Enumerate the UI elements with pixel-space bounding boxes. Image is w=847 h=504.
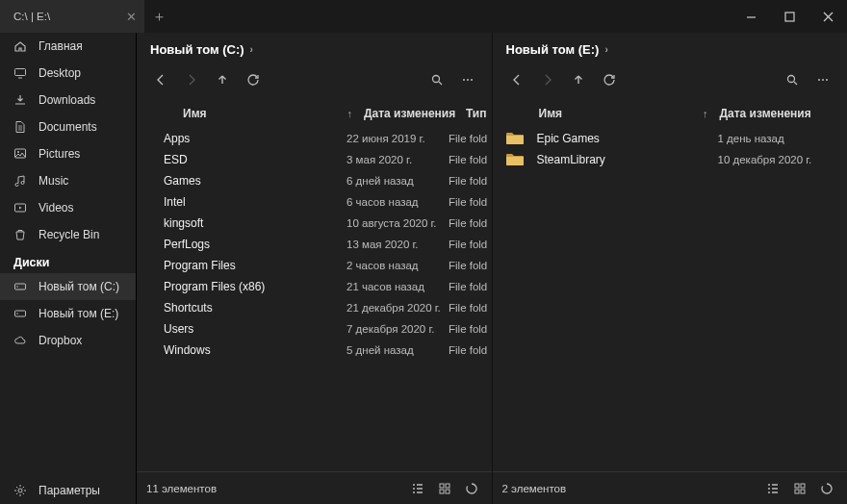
sidebar-item-music[interactable]: Music [0, 167, 136, 194]
file-name: kingsoft [164, 216, 346, 230]
refresh-button[interactable] [595, 66, 624, 93]
refresh-button[interactable] [239, 66, 268, 93]
column-name[interactable]: Имя↑ [539, 107, 720, 120]
file-row[interactable]: Program Files (x86) 21 часов назад File … [137, 276, 492, 297]
up-button[interactable] [564, 66, 593, 93]
gear-icon [13, 484, 27, 497]
file-row[interactable]: Apps 22 июня 2019 г. File fold [137, 128, 492, 149]
sidebar-item-download[interactable]: Downloads [0, 87, 136, 113]
file-date: 2 часов назад [346, 260, 449, 271]
sidebar-item-label: Downloads [38, 93, 95, 107]
file-type: File fold [449, 344, 491, 356]
file-date: 7 декабря 2020 г. [346, 323, 449, 335]
recycle-icon [13, 228, 27, 241]
file-row[interactable]: Epic Games 1 день назад [493, 128, 848, 149]
new-tab-button[interactable]: ＋ [144, 8, 173, 26]
view-list-button[interactable] [762, 478, 783, 499]
chevron-right-icon: › [250, 44, 253, 55]
sidebar-item-label: Videos [38, 201, 73, 214]
close-button[interactable] [808, 0, 847, 33]
column-name[interactable]: Имя↑ [183, 107, 364, 120]
view-grid-button[interactable] [789, 478, 810, 499]
file-type: File fold [449, 260, 491, 271]
titlebar: C:\ | E:\ ✕ ＋ [0, 0, 847, 33]
file-row[interactable]: Program Files 2 часов назад File fold [137, 255, 492, 276]
sidebar: ГлавнаяDesktopDownloadsDocumentsPictures… [0, 33, 137, 504]
file-row[interactable]: Intel 6 часов назад File fold [137, 191, 492, 213]
search-button[interactable] [778, 66, 807, 93]
sidebar-item-picture[interactable]: Pictures [0, 140, 136, 167]
sidebar-item-home[interactable]: Главная [0, 33, 136, 60]
file-name: PerfLogs [164, 238, 346, 251]
back-button[interactable] [146, 66, 175, 93]
close-icon[interactable]: ✕ [126, 10, 137, 24]
tab[interactable]: C:\ | E:\ ✕ [0, 0, 144, 33]
sidebar-item-document[interactable]: Documents [0, 113, 136, 140]
view-grid-button[interactable] [434, 478, 455, 499]
file-name: Games [164, 174, 346, 188]
chevron-right-icon: › [604, 44, 607, 55]
sidebar-drive[interactable]: Dropbox [0, 327, 136, 354]
file-date: 13 мая 2020 г. [346, 239, 449, 250]
file-row[interactable]: PerfLogs 13 мая 2020 г. File fold [137, 234, 492, 255]
minimize-button[interactable] [732, 0, 770, 33]
sidebar-item-desktop[interactable]: Desktop [0, 60, 136, 87]
picture-icon [13, 147, 27, 161]
loading-icon [461, 478, 482, 499]
file-row[interactable]: ESD 3 мая 2020 г. File fold [137, 149, 492, 170]
status-count: 11 элементов [146, 483, 217, 494]
sidebar-item-video[interactable]: Videos [0, 194, 136, 221]
breadcrumb[interactable]: Новый том (E:) › [493, 33, 848, 63]
statusbar: 11 элементов [137, 471, 492, 504]
sidebar-item-settings[interactable]: Параметры [0, 477, 136, 504]
breadcrumb-title: Новый том (C:) [150, 42, 244, 57]
view-list-button[interactable] [407, 478, 428, 499]
folder-icon [506, 153, 524, 166]
cloud-icon [13, 334, 27, 347]
sidebar-item-label: Pictures [38, 147, 80, 161]
more-button[interactable] [453, 66, 482, 93]
column-date[interactable]: Дата изменения [364, 107, 466, 120]
search-button[interactable] [423, 66, 451, 93]
breadcrumb[interactable]: Новый том (C:) › [137, 33, 492, 63]
sort-up-icon: ↑ [703, 108, 708, 119]
forward-button[interactable] [177, 66, 206, 93]
file-date: 22 июня 2019 г. [346, 133, 449, 144]
sidebar-item-label: Параметры [38, 484, 100, 497]
column-date[interactable]: Дата изменения [720, 107, 836, 120]
sidebar-drive[interactable]: Новый том (E:) [0, 300, 136, 327]
file-name: ESD [164, 153, 346, 166]
file-row[interactable]: Windows 5 дней назад File fold [137, 340, 492, 361]
file-row[interactable]: Shortcuts 21 декабря 2020 г. File fold [137, 297, 492, 318]
file-type: File fold [449, 281, 491, 292]
back-button[interactable] [502, 66, 531, 93]
sidebar-item-recycle[interactable]: Recycle Bin [0, 221, 136, 248]
file-row[interactable]: kingsoft 10 августа 2020 г. File fold [137, 213, 492, 234]
file-date: 5 дней назад [346, 344, 449, 356]
maximize-button[interactable] [770, 0, 808, 33]
tab-title: C:\ | E:\ [13, 11, 50, 22]
sidebar-drive[interactable]: Новый том (C:) [0, 273, 136, 300]
status-count: 2 элементов [502, 483, 567, 494]
sidebar-item-label: Новый том (E:) [38, 307, 118, 320]
file-row[interactable]: Games 6 дней назад File fold [137, 170, 492, 191]
sidebar-item-label: Recycle Bin [38, 228, 99, 241]
file-name: Epic Games [537, 132, 718, 145]
file-type: File fold [449, 217, 491, 229]
file-row[interactable]: SteamLibrary 10 декабря 2020 г. [493, 149, 848, 170]
file-date: 1 день назад [718, 133, 836, 144]
pane-0: Новый том (C:) › Имя↑ Дата изменения Тип… [137, 33, 492, 504]
file-row[interactable]: Users 7 декабря 2020 г. File fold [137, 318, 492, 340]
loading-icon [816, 478, 837, 499]
sort-up-icon: ↑ [347, 108, 353, 119]
statusbar: 2 элементов [493, 471, 848, 504]
sidebar-item-label: Music [38, 174, 68, 188]
file-name: SteamLibrary [537, 153, 718, 166]
forward-button[interactable] [533, 66, 562, 93]
document-icon [13, 120, 27, 134]
file-type: File fold [449, 239, 491, 250]
more-button[interactable] [808, 66, 837, 93]
file-date: 21 декабря 2020 г. [346, 302, 449, 314]
up-button[interactable] [208, 66, 237, 93]
desktop-icon [13, 66, 27, 80]
